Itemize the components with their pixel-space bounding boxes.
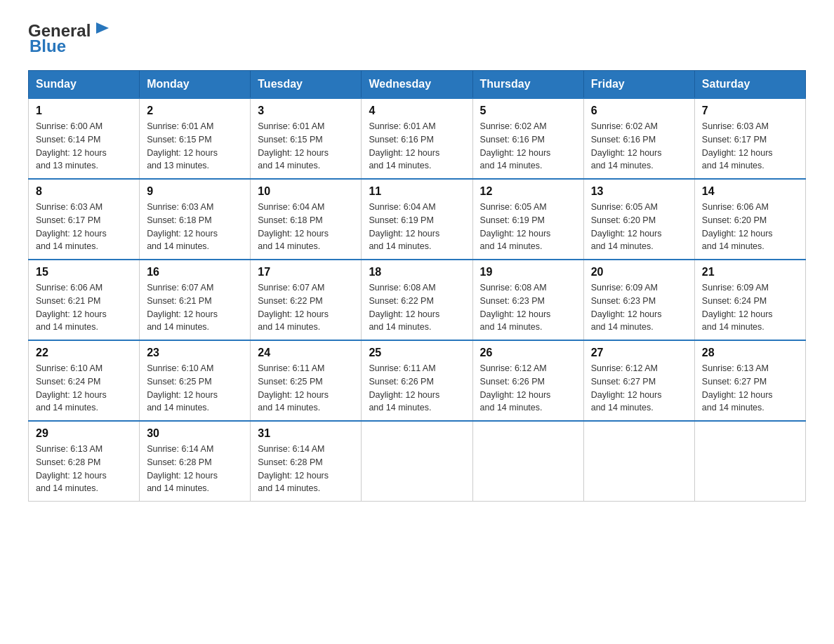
calendar-cell: 13 Sunrise: 6:05 AM Sunset: 6:20 PM Dayl… xyxy=(583,179,694,260)
day-info: Sunrise: 6:03 AM Sunset: 6:17 PM Dayligh… xyxy=(702,120,798,173)
day-info: Sunrise: 6:14 AM Sunset: 6:28 PM Dayligh… xyxy=(147,443,243,495)
day-number: 25 xyxy=(369,347,465,359)
svg-marker-0 xyxy=(96,22,109,34)
day-info: Sunrise: 6:04 AM Sunset: 6:18 PM Dayligh… xyxy=(258,201,354,253)
calendar-cell: 29 Sunrise: 6:13 AM Sunset: 6:28 PM Dayl… xyxy=(29,421,140,502)
day-info: Sunrise: 6:05 AM Sunset: 6:20 PM Dayligh… xyxy=(591,201,687,253)
day-info: Sunrise: 6:01 AM Sunset: 6:16 PM Dayligh… xyxy=(369,120,465,173)
day-info: Sunrise: 6:11 AM Sunset: 6:25 PM Dayligh… xyxy=(258,362,354,415)
day-info: Sunrise: 6:01 AM Sunset: 6:15 PM Dayligh… xyxy=(147,120,243,173)
calendar-cell: 3 Sunrise: 6:01 AM Sunset: 6:15 PM Dayli… xyxy=(251,98,362,179)
day-info: Sunrise: 6:12 AM Sunset: 6:27 PM Dayligh… xyxy=(591,362,687,415)
column-header-sunday: Sunday xyxy=(29,71,140,99)
calendar-cell xyxy=(472,421,583,502)
calendar-cell: 18 Sunrise: 6:08 AM Sunset: 6:22 PM Dayl… xyxy=(362,260,472,340)
day-number: 9 xyxy=(147,185,243,198)
day-info: Sunrise: 6:10 AM Sunset: 6:25 PM Dayligh… xyxy=(147,362,243,415)
calendar-cell: 20 Sunrise: 6:09 AM Sunset: 6:23 PM Dayl… xyxy=(583,260,694,340)
calendar-cell: 24 Sunrise: 6:11 AM Sunset: 6:25 PM Dayl… xyxy=(251,340,362,421)
calendar-cell: 9 Sunrise: 6:03 AM Sunset: 6:18 PM Dayli… xyxy=(140,179,251,260)
calendar-cell: 4 Sunrise: 6:01 AM Sunset: 6:16 PM Dayli… xyxy=(362,98,472,179)
calendar-cell: 2 Sunrise: 6:01 AM Sunset: 6:15 PM Dayli… xyxy=(140,98,251,179)
day-info: Sunrise: 6:11 AM Sunset: 6:26 PM Dayligh… xyxy=(369,362,465,415)
day-info: Sunrise: 6:04 AM Sunset: 6:19 PM Dayligh… xyxy=(369,201,465,253)
day-number: 28 xyxy=(702,347,798,359)
day-number: 26 xyxy=(480,347,576,359)
day-info: Sunrise: 6:09 AM Sunset: 6:23 PM Dayligh… xyxy=(591,281,687,334)
logo-blue-text: Blue xyxy=(29,36,66,56)
logo-flag-icon xyxy=(92,20,113,41)
day-number: 6 xyxy=(591,105,687,117)
calendar-table: SundayMondayTuesdayWednesdayThursdayFrid… xyxy=(28,70,806,502)
day-info: Sunrise: 6:07 AM Sunset: 6:21 PM Dayligh… xyxy=(147,281,243,334)
calendar-cell: 15 Sunrise: 6:06 AM Sunset: 6:21 PM Dayl… xyxy=(29,260,140,340)
day-number: 8 xyxy=(36,185,132,198)
column-header-friday: Friday xyxy=(583,71,694,99)
day-info: Sunrise: 6:05 AM Sunset: 6:19 PM Dayligh… xyxy=(480,201,576,253)
week-row-2: 8 Sunrise: 6:03 AM Sunset: 6:17 PM Dayli… xyxy=(29,179,806,260)
calendar-cell: 23 Sunrise: 6:10 AM Sunset: 6:25 PM Dayl… xyxy=(140,340,251,421)
day-info: Sunrise: 6:06 AM Sunset: 6:20 PM Dayligh… xyxy=(702,201,798,253)
day-info: Sunrise: 6:00 AM Sunset: 6:14 PM Dayligh… xyxy=(36,120,132,173)
day-number: 10 xyxy=(258,185,354,198)
calendar-cell: 27 Sunrise: 6:12 AM Sunset: 6:27 PM Dayl… xyxy=(583,340,694,421)
calendar-cell: 5 Sunrise: 6:02 AM Sunset: 6:16 PM Dayli… xyxy=(472,98,583,179)
day-info: Sunrise: 6:02 AM Sunset: 6:16 PM Dayligh… xyxy=(480,120,576,173)
calendar-header-row: SundayMondayTuesdayWednesdayThursdayFrid… xyxy=(29,71,806,99)
day-number: 29 xyxy=(36,427,132,440)
day-number: 23 xyxy=(147,347,243,359)
column-header-saturday: Saturday xyxy=(694,71,805,99)
day-info: Sunrise: 6:03 AM Sunset: 6:18 PM Dayligh… xyxy=(147,201,243,253)
column-header-monday: Monday xyxy=(140,71,251,99)
calendar-cell xyxy=(362,421,472,502)
day-info: Sunrise: 6:02 AM Sunset: 6:16 PM Dayligh… xyxy=(591,120,687,173)
day-info: Sunrise: 6:14 AM Sunset: 6:28 PM Dayligh… xyxy=(258,443,354,495)
day-number: 13 xyxy=(591,185,687,198)
day-number: 30 xyxy=(147,427,243,440)
day-number: 1 xyxy=(36,105,132,117)
day-info: Sunrise: 6:01 AM Sunset: 6:15 PM Dayligh… xyxy=(258,120,354,173)
day-number: 20 xyxy=(591,266,687,279)
day-number: 17 xyxy=(258,266,354,279)
calendar-cell: 26 Sunrise: 6:12 AM Sunset: 6:26 PM Dayl… xyxy=(472,340,583,421)
week-row-4: 22 Sunrise: 6:10 AM Sunset: 6:24 PM Dayl… xyxy=(29,340,806,421)
day-number: 24 xyxy=(258,347,354,359)
calendar-cell: 30 Sunrise: 6:14 AM Sunset: 6:28 PM Dayl… xyxy=(140,421,251,502)
calendar-cell: 28 Sunrise: 6:13 AM Sunset: 6:27 PM Dayl… xyxy=(694,340,805,421)
page-header: General Blue xyxy=(28,21,806,56)
day-info: Sunrise: 6:10 AM Sunset: 6:24 PM Dayligh… xyxy=(36,362,132,415)
calendar-cell: 11 Sunrise: 6:04 AM Sunset: 6:19 PM Dayl… xyxy=(362,179,472,260)
day-number: 5 xyxy=(480,105,576,117)
day-info: Sunrise: 6:09 AM Sunset: 6:24 PM Dayligh… xyxy=(702,281,798,334)
day-info: Sunrise: 6:06 AM Sunset: 6:21 PM Dayligh… xyxy=(36,281,132,334)
calendar-cell: 31 Sunrise: 6:14 AM Sunset: 6:28 PM Dayl… xyxy=(251,421,362,502)
calendar-cell: 22 Sunrise: 6:10 AM Sunset: 6:24 PM Dayl… xyxy=(29,340,140,421)
day-number: 11 xyxy=(369,185,465,198)
day-number: 12 xyxy=(480,185,576,198)
calendar-cell: 8 Sunrise: 6:03 AM Sunset: 6:17 PM Dayli… xyxy=(29,179,140,260)
calendar-cell: 17 Sunrise: 6:07 AM Sunset: 6:22 PM Dayl… xyxy=(251,260,362,340)
day-number: 21 xyxy=(702,266,798,279)
day-info: Sunrise: 6:03 AM Sunset: 6:17 PM Dayligh… xyxy=(36,201,132,253)
calendar-cell: 1 Sunrise: 6:00 AM Sunset: 6:14 PM Dayli… xyxy=(29,98,140,179)
week-row-5: 29 Sunrise: 6:13 AM Sunset: 6:28 PM Dayl… xyxy=(29,421,806,502)
calendar-cell: 14 Sunrise: 6:06 AM Sunset: 6:20 PM Dayl… xyxy=(694,179,805,260)
day-number: 14 xyxy=(702,185,798,198)
day-number: 19 xyxy=(480,266,576,279)
calendar-cell: 25 Sunrise: 6:11 AM Sunset: 6:26 PM Dayl… xyxy=(362,340,472,421)
day-number: 2 xyxy=(147,105,243,117)
column-header-tuesday: Tuesday xyxy=(251,71,362,99)
calendar-cell xyxy=(583,421,694,502)
column-header-thursday: Thursday xyxy=(472,71,583,99)
calendar-cell: 7 Sunrise: 6:03 AM Sunset: 6:17 PM Dayli… xyxy=(694,98,805,179)
day-info: Sunrise: 6:08 AM Sunset: 6:22 PM Dayligh… xyxy=(369,281,465,334)
calendar-cell xyxy=(694,421,805,502)
day-number: 18 xyxy=(369,266,465,279)
week-row-3: 15 Sunrise: 6:06 AM Sunset: 6:21 PM Dayl… xyxy=(29,260,806,340)
calendar-cell: 10 Sunrise: 6:04 AM Sunset: 6:18 PM Dayl… xyxy=(251,179,362,260)
day-info: Sunrise: 6:13 AM Sunset: 6:28 PM Dayligh… xyxy=(36,443,132,495)
calendar-cell: 6 Sunrise: 6:02 AM Sunset: 6:16 PM Dayli… xyxy=(583,98,694,179)
calendar-cell: 21 Sunrise: 6:09 AM Sunset: 6:24 PM Dayl… xyxy=(694,260,805,340)
day-number: 16 xyxy=(147,266,243,279)
week-row-1: 1 Sunrise: 6:00 AM Sunset: 6:14 PM Dayli… xyxy=(29,98,806,179)
